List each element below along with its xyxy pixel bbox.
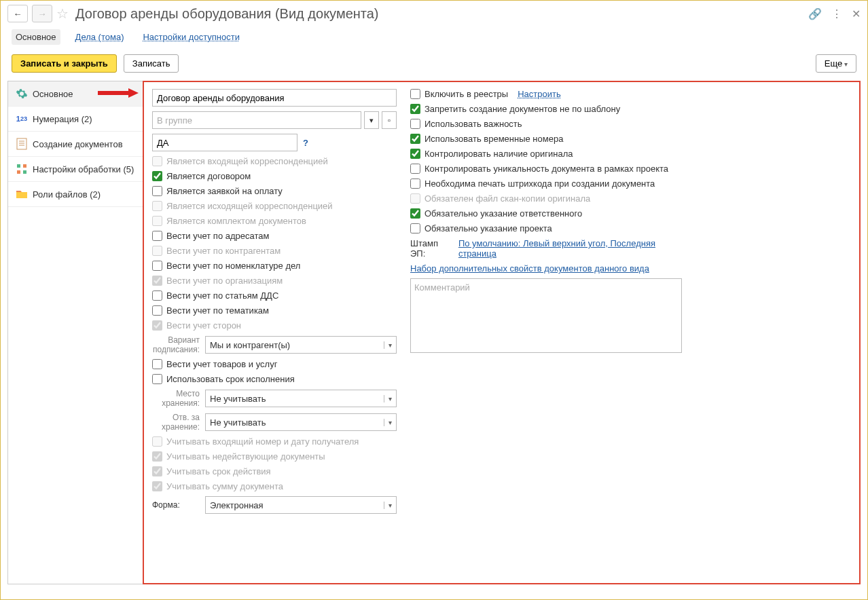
svg-rect-0 [98, 91, 128, 95]
tab-cases[interactable]: Дела (тома) [71, 29, 128, 45]
check-project[interactable]: Обязательно указание проекта [410, 223, 682, 233]
close-icon[interactable]: ✕ [852, 7, 861, 20]
sidebar-item-label: Настройки обработки (5) [33, 164, 134, 174]
group-open-button[interactable]: ▫ [382, 111, 397, 129]
check-scan: Обязателен файл скан-копии оригинала [410, 193, 682, 204]
svg-rect-8 [17, 170, 20, 174]
gear-icon [15, 87, 29, 100]
sidebar-item-file-roles[interactable]: Роли файлов (2) [8, 182, 143, 207]
check-unique[interactable]: Контролировать уникальность документа в … [410, 164, 682, 174]
link-icon[interactable]: 🔗 [808, 7, 822, 20]
form-select[interactable]: Электронная [205, 496, 397, 514]
signing-select[interactable]: Мы и контрагент(ы) [205, 336, 397, 354]
sidebar: Основное 123 Нумерация (2) Создание доку… [7, 81, 143, 584]
storage-select[interactable]: Не учитывать [205, 390, 397, 407]
nav-forward-button[interactable]: → [32, 5, 52, 22]
more-button[interactable]: Еще [816, 54, 856, 73]
kebab-menu-icon[interactable]: ⋮ [831, 7, 842, 20]
save-close-button[interactable]: Записать и закрыть [12, 54, 117, 73]
check-goods[interactable]: Вести учет товаров и услуг [152, 359, 397, 369]
sidebar-item-main[interactable]: Основное [8, 81, 143, 107]
check-topics[interactable]: Вести учет по тематикам [152, 305, 397, 316]
check-addressee[interactable]: Вести учет по адресатам [152, 231, 397, 241]
check-nomenclature[interactable]: Вести учет по номенклатуре дел [152, 261, 397, 271]
folder-icon [15, 187, 29, 201]
signing-label: Вариант подписания: [152, 335, 200, 354]
stamp-label: Штамп ЭП: [410, 238, 453, 259]
check-validity: Учитывать срок действия [152, 466, 397, 476]
check-deadline[interactable]: Использовать срок исполнения [152, 374, 397, 384]
svg-rect-6 [17, 164, 20, 168]
check-inactive: Учитывать недействующие документы [152, 451, 397, 462]
svg-rect-7 [23, 164, 26, 168]
tab-main[interactable]: Основное [12, 29, 60, 45]
check-amount: Учитывать сумму документа [152, 481, 397, 491]
sidebar-item-numbering[interactable]: 123 Нумерация (2) [8, 107, 143, 132]
name-input[interactable] [152, 89, 397, 107]
numbering-icon: 123 [15, 112, 29, 126]
check-importance[interactable]: Использовать важность [410, 119, 682, 129]
check-template-only[interactable]: Запретить создание документов не по шабл… [410, 104, 682, 114]
content-panel: ▾ ▫ ? Является входящей корреспонденцией… [143, 81, 861, 584]
check-registry[interactable]: Включить в реестры Настроить [410, 89, 682, 99]
sidebar-item-label: Нумерация (2) [33, 114, 92, 124]
check-incoming: Является входящей корреспонденцией [152, 156, 397, 166]
check-docset: Является комплектом документов [152, 216, 397, 226]
svg-rect-9 [23, 170, 26, 174]
sidebar-item-doc-creation[interactable]: Создание документов [8, 132, 143, 157]
sidebar-item-label: Роли файлов (2) [33, 189, 101, 200]
stamp-link[interactable]: По умолчанию: Левый верхний угол, Послед… [458, 238, 682, 259]
resp-storage-select[interactable]: Не учитывать [205, 413, 397, 431]
registry-setup-link[interactable]: Настроить [518, 89, 561, 99]
comment-textarea[interactable] [410, 278, 682, 353]
check-temp-num[interactable]: Использовать временные номера [410, 134, 682, 144]
group-dropdown-button[interactable]: ▾ [364, 111, 379, 129]
code-input[interactable] [152, 134, 297, 151]
check-org: Вести учет по организациям [152, 276, 397, 286]
check-contract[interactable]: Является договором [152, 171, 397, 181]
check-payment[interactable]: Является заявкой на оплату [152, 186, 397, 196]
tab-access[interactable]: Настройки доступности [139, 29, 243, 45]
sidebar-item-label: Основное [33, 89, 73, 99]
check-parties: Вести учет сторон [152, 320, 397, 331]
svg-marker-1 [128, 88, 139, 98]
favorite-star-icon[interactable]: ☆ [56, 5, 69, 22]
arrow-indicator-icon [98, 88, 139, 100]
check-incoming-num: Учитывать входящий номер и дату получате… [152, 436, 397, 447]
extra-props-link[interactable]: Набор дополнительных свойств документов … [410, 263, 682, 274]
check-barcode[interactable]: Необходима печать штрихкода при создании… [410, 179, 682, 189]
nav-back-button[interactable]: ← [7, 5, 28, 22]
sidebar-item-label: Создание документов [33, 139, 123, 149]
process-icon [15, 162, 29, 176]
code-help-icon[interactable]: ? [303, 138, 308, 148]
check-dds[interactable]: Вести учет по статьям ДДС [152, 290, 397, 301]
page-title: Договор аренды оборудования (Вид докумен… [75, 6, 379, 22]
sidebar-item-processing[interactable]: Настройки обработки (5) [8, 157, 143, 182]
document-icon [15, 137, 29, 151]
check-counterparty: Вести учет по контрагентам [152, 246, 397, 256]
storage-label: Место хранения: [152, 389, 200, 408]
resp-storage-label: Отв. за хранение: [152, 413, 200, 432]
check-outgoing: Является исходящей корреспонденцией [152, 201, 397, 211]
save-button[interactable]: Записать [124, 54, 179, 73]
group-input[interactable] [152, 111, 361, 129]
check-original[interactable]: Контролировать наличие оригинала [410, 149, 682, 159]
check-responsible[interactable]: Обязательно указание ответственного [410, 208, 682, 219]
svg-rect-2 [17, 138, 26, 149]
form-label: Форма: [152, 500, 200, 510]
